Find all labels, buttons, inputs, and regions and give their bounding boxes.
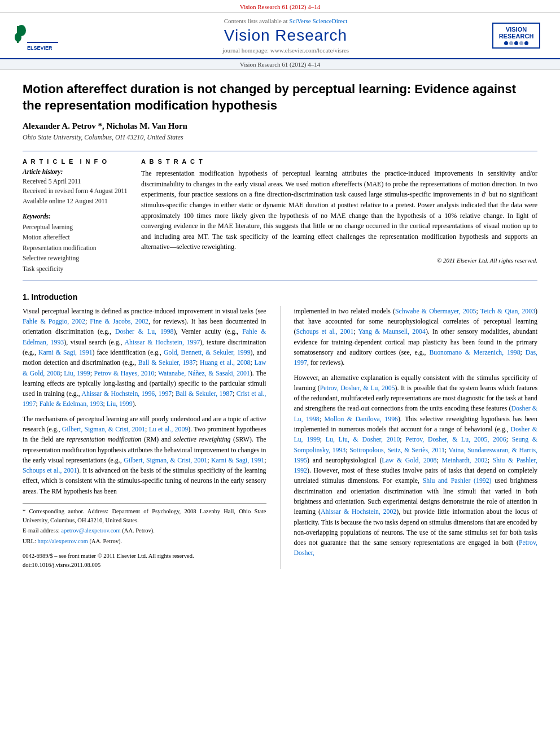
intro-para-right-1: implemented in two related models (Schwa… xyxy=(294,306,538,368)
journal-title: Vision Research xyxy=(79,27,492,45)
journal-homepage: journal homepage: www.elsevier.com/locat… xyxy=(79,47,492,54)
article-history: Article history: Received 5 April 2011 R… xyxy=(23,168,130,206)
intro-para-2: The mechanisms of perceptual learning ar… xyxy=(23,414,266,496)
keywords-title: Keywords: xyxy=(23,213,130,220)
keyword-4: Selective reweighting xyxy=(23,253,130,263)
available-date: Available online 12 August 2011 xyxy=(23,196,130,206)
copyright: © 2011 Elsevier Ltd. All rights reserved… xyxy=(141,257,537,264)
abstract-column: A B S T R A C T The representation modif… xyxy=(141,158,537,274)
footnote-star: * Corresponding author. Address: Departm… xyxy=(23,507,266,525)
abstract-text: The representation modification hypothes… xyxy=(141,168,537,252)
logo-dot-3 xyxy=(514,41,518,45)
body-col-right: implemented in two related models (Schwa… xyxy=(294,306,538,570)
abstract-heading: A B S T R A C T xyxy=(141,158,537,165)
keywords-section: Keywords: Perceptual learning Motion aft… xyxy=(23,213,130,274)
keyword-2: Motion aftereffect xyxy=(23,232,130,242)
body-two-col: Visual perceptual learning is defined as… xyxy=(23,306,537,570)
article-info-abstract: A R T I C L E I N F O Article history: R… xyxy=(23,151,537,281)
main-content: Motion aftereffect duration is not chang… xyxy=(0,70,560,580)
svg-point-3 xyxy=(15,33,21,42)
logo-dot-2 xyxy=(509,41,513,45)
author-names: Alexander A. Petrov *, Nicholas M. Van H… xyxy=(23,121,187,130)
journal-logo-box: VISIONRESEARCH xyxy=(492,23,549,49)
article-title: Motion aftereffect duration is not chang… xyxy=(23,81,537,113)
top-bar: Vision Research 61 (2012) 4–14 xyxy=(0,0,560,13)
column-divider xyxy=(280,306,281,570)
elsevier-logo: ELSEVIER xyxy=(11,20,62,51)
footnote-url: URL: http://alexpetrov.com (AA. Petrov). xyxy=(23,537,266,546)
article-info-heading: A R T I C L E I N F O xyxy=(23,158,130,165)
logo-dot-5 xyxy=(524,41,528,45)
received-date: Received 5 April 2011 xyxy=(23,177,130,186)
footnote-area: * Corresponding author. Address: Departm… xyxy=(23,503,266,570)
svg-rect-4 xyxy=(27,42,58,43)
logo-dot-4 xyxy=(519,41,523,45)
vision-research-logo: VISIONRESEARCH xyxy=(492,23,540,49)
intro-para-right-2: However, an alternative explanation is e… xyxy=(294,373,538,558)
article-citation: Vision Research 61 (2012) 4–14 xyxy=(240,61,320,68)
history-title: Article history: xyxy=(23,168,130,175)
body-col-left: Visual perceptual learning is defined as… xyxy=(23,306,266,570)
elsevier-logo-area: ELSEVIER xyxy=(11,20,79,51)
logo-dot-1 xyxy=(504,41,508,45)
svg-text:ELSEVIER: ELSEVIER xyxy=(27,45,53,51)
doi-line: 0042-6989/$ – see front matter © 2011 El… xyxy=(23,552,266,570)
authors: Alexander A. Petrov *, Nicholas M. Van H… xyxy=(23,121,537,131)
footnote-email: E-mail address: apetrov@alexpetrov.com (… xyxy=(23,526,266,535)
article-info-bar: Vision Research 61 (2012) 4–14 xyxy=(0,59,560,70)
keyword-3: Representation modification xyxy=(23,243,130,253)
sciverse-link[interactable]: SciVerse ScienceDirect xyxy=(289,18,347,24)
affiliation: Ohio State University, Columbus, OH 4321… xyxy=(23,133,537,142)
revised-date: Received in revised form 4 August 2011 xyxy=(23,186,130,196)
keyword-1: Perceptual learning xyxy=(23,222,130,232)
journal-citation: Vision Research 61 (2012) 4–14 xyxy=(240,3,320,10)
journal-header: ELSEVIER Contents lists available at Sci… xyxy=(0,13,560,59)
section-1-title: 1. Introduction xyxy=(23,292,537,302)
introduction-section: 1. Introduction Visual perceptual learni… xyxy=(23,292,537,570)
keyword-5: Task specificity xyxy=(23,264,130,274)
intro-para-1: Visual perceptual learning is defined as… xyxy=(23,306,266,409)
sciverse-text: Contents lists available at SciVerse Sci… xyxy=(79,18,492,24)
journal-header-center: Contents lists available at SciVerse Sci… xyxy=(79,18,492,54)
article-info-column: A R T I C L E I N F O Article history: R… xyxy=(23,158,130,274)
